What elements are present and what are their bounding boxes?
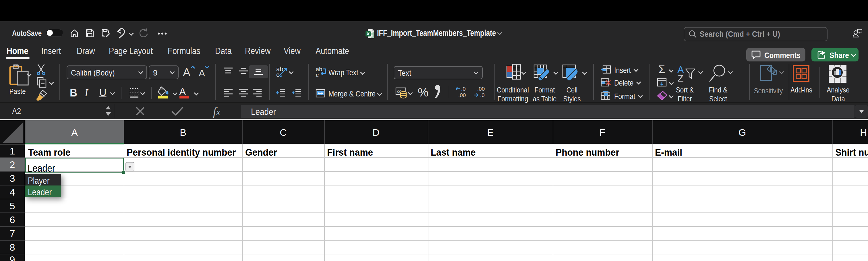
svg-text:c: c [316, 72, 319, 78]
svg-text:.0: .0 [461, 86, 466, 92]
svg-text:.00: .00 [477, 86, 485, 92]
svg-text:.00: .00 [458, 92, 466, 98]
svg-text:Z: Z [678, 73, 684, 82]
svg-text:.0: .0 [480, 92, 485, 98]
svg-text:c: c [276, 71, 279, 77]
svg-text:ab: ab [316, 67, 322, 72]
svg-text:X: X [367, 31, 370, 36]
